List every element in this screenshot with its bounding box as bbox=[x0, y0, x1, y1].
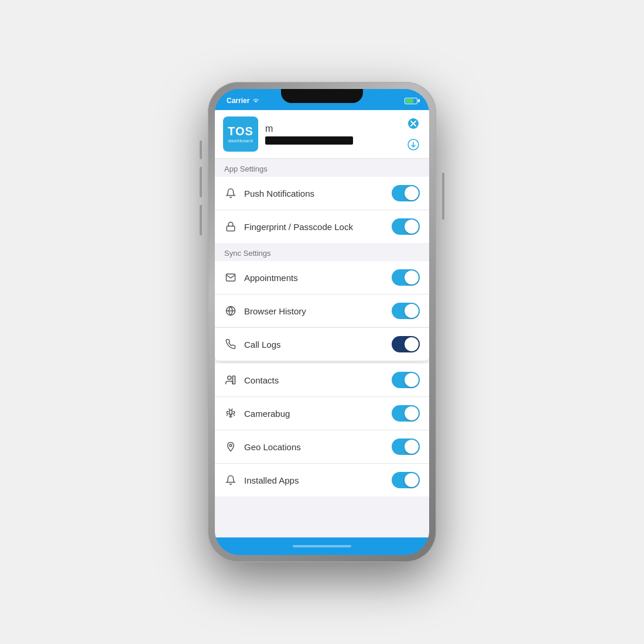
call-logs-label: Call Logs bbox=[244, 340, 385, 350]
appointments-toggle[interactable] bbox=[392, 269, 420, 286]
logo-sub-text: dashboard bbox=[228, 138, 253, 143]
camerabug-toggle[interactable] bbox=[392, 405, 420, 422]
close-icon bbox=[407, 118, 419, 129]
toggle-knob bbox=[405, 220, 419, 234]
bell-icon bbox=[224, 187, 237, 200]
envelope-icon bbox=[224, 271, 237, 284]
content-area: TOS dashboard m bbox=[215, 110, 429, 537]
contacts-item: Contacts bbox=[215, 364, 429, 397]
push-notifications-toggle[interactable] bbox=[392, 185, 420, 201]
carrier-label: Carrier bbox=[227, 97, 249, 105]
fingerprint-toggle[interactable] bbox=[392, 218, 420, 235]
call-logs-toggle[interactable] bbox=[392, 336, 420, 352]
notch bbox=[281, 89, 363, 103]
redacted-email bbox=[265, 136, 353, 145]
app-settings-group: Push Notifications Fingerprint / Pa bbox=[215, 177, 429, 243]
logo-tos-text: TOS bbox=[228, 125, 254, 137]
share-icon bbox=[407, 139, 419, 150]
username-label: m bbox=[265, 124, 399, 134]
apps-bell-icon bbox=[224, 474, 237, 487]
call-logs-item: Call Logs bbox=[215, 328, 429, 361]
push-notifications-label: Push Notifications bbox=[244, 189, 385, 198]
toggle-knob bbox=[405, 337, 419, 351]
header-info: m bbox=[265, 124, 399, 145]
sync-settings-group: Appointments bbox=[215, 261, 429, 496]
camerabug-item: Camerabug bbox=[215, 397, 429, 430]
push-notifications-item: Push Notifications bbox=[215, 177, 429, 210]
toggle-knob bbox=[405, 406, 419, 420]
toggle-knob bbox=[405, 304, 419, 318]
appointments-label: Appointments bbox=[244, 273, 385, 283]
wifi-icon bbox=[252, 98, 260, 104]
settings-list: App Settings Push Notifications bbox=[215, 159, 429, 537]
fingerprint-label: Fingerprint / Passcode Lock bbox=[244, 222, 385, 232]
toggle-knob bbox=[405, 373, 419, 387]
toggle-knob bbox=[405, 186, 419, 200]
status-right bbox=[405, 98, 417, 104]
geo-locations-item: Geo Locations bbox=[215, 430, 429, 464]
location-icon bbox=[224, 440, 237, 453]
app-logo: TOS dashboard bbox=[223, 117, 258, 152]
svg-rect-4 bbox=[227, 226, 235, 231]
toggle-knob bbox=[405, 473, 419, 487]
browser-history-toggle[interactable] bbox=[392, 303, 420, 319]
svg-point-7 bbox=[228, 376, 231, 379]
lock-icon bbox=[224, 220, 237, 233]
toggle-knob bbox=[405, 440, 419, 454]
geo-locations-toggle[interactable] bbox=[392, 439, 420, 455]
toggle-knob bbox=[405, 270, 419, 285]
contacts-toggle[interactable] bbox=[392, 372, 420, 388]
phone-frame: Carrier TOS dashboard bbox=[208, 82, 436, 562]
installed-apps-toggle[interactable] bbox=[392, 472, 420, 488]
fingerprint-item: Fingerprint / Passcode Lock bbox=[215, 210, 429, 243]
battery-fill bbox=[406, 99, 413, 103]
bottom-bar bbox=[215, 537, 429, 555]
browser-history-label: Browser History bbox=[244, 306, 385, 316]
close-button[interactable] bbox=[406, 116, 421, 131]
power-button bbox=[442, 173, 444, 220]
volume-up-button bbox=[200, 167, 202, 197]
svg-point-12 bbox=[229, 444, 232, 447]
bug-icon bbox=[224, 407, 237, 420]
battery-icon bbox=[405, 98, 417, 104]
status-bar: Carrier bbox=[215, 89, 429, 110]
browser-history-item: Browser History bbox=[215, 294, 429, 328]
installed-apps-label: Installed Apps bbox=[244, 475, 385, 485]
installed-apps-item: Installed Apps bbox=[215, 464, 429, 496]
status-left: Carrier bbox=[227, 97, 260, 105]
volume-silent-button bbox=[200, 141, 202, 159]
globe-icon bbox=[224, 304, 237, 317]
sync-settings-header: Sync Settings bbox=[215, 243, 429, 261]
contacts-label: Contacts bbox=[244, 375, 385, 385]
share-button[interactable] bbox=[406, 137, 421, 152]
appointments-item: Appointments bbox=[215, 261, 429, 294]
contacts-icon bbox=[224, 374, 237, 386]
app-header: TOS dashboard m bbox=[215, 110, 429, 159]
phone-screen: Carrier TOS dashboard bbox=[215, 89, 429, 555]
volume-down-button bbox=[200, 205, 202, 235]
camerabug-label: Camerabug bbox=[244, 409, 385, 419]
app-settings-header: App Settings bbox=[215, 159, 429, 177]
phone-icon bbox=[224, 338, 237, 351]
header-actions bbox=[406, 116, 421, 152]
home-indicator bbox=[293, 545, 351, 547]
geo-locations-label: Geo Locations bbox=[244, 442, 385, 452]
